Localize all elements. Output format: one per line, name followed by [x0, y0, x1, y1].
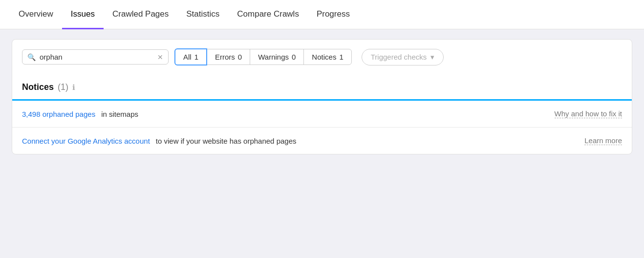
nav-item-issues[interactable]: Issues — [62, 0, 104, 29]
filter-buttons: All 1 Errors 0 Warnings 0 Notices 1 — [174, 48, 352, 65]
main-content: 🔍 orphan ✕ All 1 Errors 0 Warnings 0 — [0, 29, 644, 164]
section-count: (1) — [58, 82, 68, 92]
nav-item-statistics[interactable]: Statistics — [177, 0, 228, 29]
issue-row-text-2: to view if your website has orphaned pag… — [156, 137, 297, 145]
nav-item-compare-crawls[interactable]: Compare Crawls — [228, 0, 308, 29]
nav-item-crawled-pages[interactable]: Crawled Pages — [104, 0, 177, 29]
filter-notices-button[interactable]: Notices 1 — [303, 49, 351, 65]
filter-bar: 🔍 orphan ✕ All 1 Errors 0 Warnings 0 — [12, 40, 632, 74]
google-analytics-link[interactable]: Connect your Google Analytics account — [22, 137, 150, 145]
nav-item-overview[interactable]: Overview — [10, 0, 62, 29]
nav-item-progress[interactable]: Progress — [308, 0, 359, 29]
issue-row-google-analytics: Connect your Google Analytics account to… — [12, 128, 632, 154]
search-box: 🔍 orphan ✕ — [22, 49, 169, 64]
info-icon[interactable]: ℹ — [72, 83, 75, 92]
search-clear-button[interactable]: ✕ — [157, 53, 163, 61]
filter-errors-button[interactable]: Errors 0 — [207, 49, 250, 65]
nav-bar: Overview Issues Crawled Pages Statistics… — [0, 0, 644, 29]
issue-row-text-1: in sitemaps — [101, 110, 138, 118]
section-header: Notices (1) ℹ — [12, 74, 632, 99]
learn-more-link[interactable]: Learn more — [584, 136, 622, 145]
issues-list: 3,498 orphaned pages in sitemaps Why and… — [12, 99, 632, 154]
triggered-checks-button[interactable]: Triggered checks ▾ — [362, 49, 444, 65]
chevron-down-icon: ▾ — [430, 53, 434, 62]
section-title: Notices — [22, 82, 54, 92]
filter-warnings-button[interactable]: Warnings 0 — [250, 49, 304, 65]
search-icon: 🔍 — [27, 53, 36, 61]
why-fix-link[interactable]: Why and how to fix it — [555, 109, 622, 118]
issues-panel: 🔍 orphan ✕ All 1 Errors 0 Warnings 0 — [12, 39, 632, 154]
orphaned-pages-link[interactable]: 3,498 orphaned pages — [22, 110, 95, 118]
filter-all-button[interactable]: All 1 — [174, 48, 207, 65]
issue-row-orphaned-pages: 3,498 orphaned pages in sitemaps Why and… — [12, 101, 632, 128]
search-value: orphan — [40, 53, 153, 61]
